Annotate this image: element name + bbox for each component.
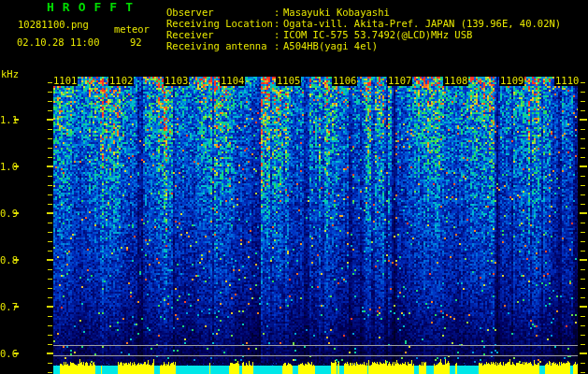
y-axis-label: 1.1	[0, 114, 13, 125]
observer-info-block: Observer:Masayuki KobayashiReceiving Loc…	[166, 7, 561, 51]
x-axis-time-label: 1108	[443, 76, 468, 86]
x-axis-time-label: 1102	[108, 76, 134, 86]
spectrogram-plot	[53, 77, 578, 374]
datetime-label: 02.10.28 11:00	[17, 37, 100, 48]
info-value: Ogata-vill. Akita-Pref. JAPAN (139.96E, …	[283, 18, 561, 29]
info-row: Receiving antenna:A504HB(yagi 4el)	[166, 40, 561, 51]
info-label: Observer	[166, 7, 274, 18]
info-label: Receiving Location	[166, 18, 274, 29]
x-axis-time-label: 1106	[332, 76, 357, 86]
info-separator: :	[274, 7, 283, 18]
x-axis-time-label: 1109	[499, 76, 524, 86]
info-value: Masayuki Kobayashi	[283, 7, 390, 18]
y-axis-label: 0.6	[0, 348, 13, 359]
y-axis-label: 0.8	[0, 254, 13, 266]
x-axis-time-label: 1110	[554, 76, 580, 86]
x-axis-time-label: 1103	[164, 76, 189, 86]
info-row: Observer:Masayuki Kobayashi	[166, 7, 561, 18]
x-axis-time-label: 1107	[387, 76, 412, 86]
meteor-count: 92	[130, 37, 142, 48]
info-value: A504HB(yagi 4el)	[283, 40, 378, 51]
x-axis-time-label: 1104	[220, 76, 245, 86]
y-axis-label: 0.9	[0, 208, 13, 219]
mode-label: meteor	[114, 24, 150, 35]
info-label: Receiving antenna	[166, 40, 274, 51]
x-axis-time-label: 1105	[276, 76, 301, 86]
hrofft-screen: HROFFT 10281100.png meteor 02.10.28 11:0…	[0, 0, 588, 374]
x-axis-time-label: 1101	[52, 76, 78, 86]
info-separator: :	[274, 40, 283, 51]
info-value: ICOM IC-575 53.7492(@LCD)MHz USB	[283, 29, 472, 40]
y-axis-label: 0.7	[0, 301, 13, 312]
filename-label: 10281100.png	[18, 20, 89, 30]
info-row: Receiving Location:Ogata-vill. Akita-Pre…	[166, 18, 561, 29]
info-label: Receiver	[166, 29, 274, 40]
app-title: HROFFT	[47, 2, 141, 12]
info-separator: :	[274, 29, 283, 40]
y-axis-label: 1.0	[0, 161, 13, 172]
info-separator: :	[274, 18, 283, 29]
info-row: Receiver:ICOM IC-575 53.7492(@LCD)MHz US…	[166, 29, 561, 40]
khz-unit-label: kHz	[1, 69, 19, 79]
